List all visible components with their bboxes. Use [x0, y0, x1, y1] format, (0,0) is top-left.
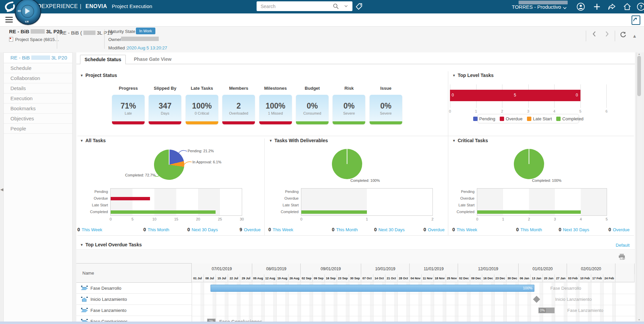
bar-completed[interactable] — [477, 210, 581, 214]
scroll-down-arrow-icon[interactable]: ▼ — [638, 319, 640, 321]
object-title-p20[interactable]: RE - BiB 3L P20 — [9, 29, 62, 34]
tab-schedule-status[interactable]: Schedule Status — [80, 55, 126, 64]
search-scope-chevron-icon[interactable] — [344, 5, 348, 7]
object-subtitle[interactable]: Project Space (6815… — [9, 37, 59, 42]
link-label[interactable]: Next 30 Days — [378, 227, 405, 232]
kpi-card-issue[interactable]: 0%Severe — [370, 95, 402, 124]
share-icon[interactable] — [607, 2, 616, 11]
gantt-task-row[interactable]: Inicio Lanzamiento — [76, 294, 192, 305]
3ds-swoosh-logo — [3, 1, 16, 12]
kpi-card-budget[interactable]: 0%Consumed — [296, 95, 329, 124]
section-all-tasks[interactable]: ▼All Tasks — [80, 138, 106, 143]
scrollbar-thumb[interactable] — [637, 56, 641, 96]
open-in-new-icon[interactable] — [632, 15, 640, 25]
section-critical-tasks[interactable]: ▼Critical Tasks — [452, 138, 488, 143]
add-icon[interactable] — [593, 2, 601, 11]
bar-overdue[interactable] — [111, 197, 150, 200]
link-label[interactable]: Overdue — [428, 227, 445, 232]
tab-phase-gate-view[interactable]: Phase Gate View — [134, 56, 172, 62]
user-menu[interactable]: TORRES - Productivo — [512, 4, 567, 10]
next-arrow-icon[interactable] — [605, 31, 609, 37]
vertical-scrollbar[interactable]: ▲ ▼ — [637, 52, 642, 324]
collapse-triangle-icon: ▼ — [80, 243, 83, 247]
search-input[interactable] — [260, 3, 335, 10]
sidebar-item-people[interactable]: People — [4, 124, 72, 134]
link-next-30-days[interactable]: 0Next 30 Days — [187, 227, 218, 233]
link-label[interactable]: This Week — [82, 227, 102, 232]
maturity-state-badge[interactable]: In Work — [136, 28, 155, 34]
object-title-p19[interactable]: RE - BiB ( 3L P19 — [60, 30, 113, 36]
user-account-icon[interactable] — [576, 2, 585, 11]
kpi-card-slipped-by[interactable]: 347Days — [149, 95, 181, 124]
sidebar-item-project[interactable]: RE - BiB3L P20 — [4, 53, 72, 63]
gantt-bar-fase-desarrollo[interactable]: 100% — [211, 285, 534, 292]
section-project-status[interactable]: ▼Project Status — [80, 73, 117, 78]
link-this-month[interactable]: 0This Month — [332, 227, 358, 233]
link-overdue[interactable]: 0Overdue — [608, 227, 630, 233]
refresh-icon[interactable] — [619, 31, 627, 39]
modified-value[interactable]: 2020 Aug 5 13:20:27 — [127, 45, 167, 50]
kpi-card-milestones[interactable]: 100%1 Missed — [259, 95, 292, 124]
hamburger-menu-icon[interactable] — [5, 17, 13, 24]
kpi-subtext: Severe — [370, 111, 402, 115]
bar-completed[interactable] — [111, 210, 216, 214]
sidebar-item-collaboration[interactable]: Collaboration — [4, 73, 72, 83]
kpi-card-progress[interactable]: 71%Late — [112, 95, 145, 124]
link-next-30-days[interactable]: 0Next 30 Days — [559, 227, 589, 233]
sidebar-item-objectives[interactable]: Objectives — [4, 114, 72, 124]
gantt-bar-fase-lanzamiento[interactable]: 0% — [538, 308, 555, 313]
sidebar-item-details[interactable]: Details — [4, 83, 72, 93]
link-this-week[interactable]: 0This Week — [452, 227, 477, 233]
link-this-month[interactable]: 0This Month — [516, 227, 542, 233]
gantt-month-header: 01/01/2020 — [519, 264, 567, 274]
section-top-level-overdue-tasks[interactable]: ▼Top Level Overdue Tasks — [80, 242, 142, 247]
sidebar-item-schedule[interactable]: Schedule — [4, 63, 72, 73]
sidebar-item-bookmarks[interactable]: Bookmarks — [4, 104, 72, 114]
link-label[interactable]: Next 30 Days — [563, 227, 589, 232]
gantt-week-header: 27 Jan — [555, 274, 567, 282]
gantt-bar-progress: 100% — [523, 285, 532, 291]
link-label[interactable]: Overdue — [244, 227, 261, 232]
bar-row-label: Pending — [94, 190, 108, 194]
link-label[interactable]: Next 30 Days — [192, 227, 218, 232]
gantt-task-row[interactable]: Fase Lanzamiento — [76, 305, 192, 316]
link-label[interactable]: This Month — [148, 227, 169, 232]
link-this-week[interactable]: 0This Week — [77, 227, 102, 233]
collapse-header-icon[interactable]: ▲ — [632, 33, 637, 39]
link-overdue[interactable]: 9Overdue — [239, 227, 261, 233]
horizontal-scrollbar[interactable] — [0, 322, 644, 324]
tag-icon[interactable] — [355, 2, 363, 10]
link-label[interactable]: This Week — [457, 227, 477, 232]
printer-icon[interactable] — [617, 253, 626, 260]
collapse-triangle-icon: ▼ — [452, 74, 456, 77]
help-icon[interactable]: ? — [637, 2, 644, 11]
search-icon[interactable] — [333, 3, 339, 9]
link-this-month[interactable]: 0This Month — [143, 227, 169, 233]
link-this-week[interactable]: 0This Week — [268, 227, 293, 233]
section-top-level-tasks[interactable]: ▼Top Level Tasks — [452, 73, 494, 78]
sidebar-item-execution[interactable]: Execution — [4, 93, 72, 104]
home-icon[interactable] — [623, 2, 632, 11]
default-view-link[interactable]: Default — [592, 243, 630, 248]
link-label[interactable]: This Month — [521, 227, 542, 232]
kpi-card-late-tasks[interactable]: 100%0 Critical — [186, 95, 218, 124]
previous-arrow-icon[interactable] — [592, 31, 597, 37]
legend-swatch — [527, 117, 531, 121]
header-divider — [104, 29, 105, 49]
kpi-card-risk[interactable]: 0%Severe — [333, 95, 365, 124]
gantt-task-label: Fase Desarrollo — [551, 286, 581, 291]
bar-completed[interactable] — [301, 210, 367, 214]
divider — [77, 136, 634, 136]
kpi-card-members[interactable]: 2Overloaded — [222, 95, 255, 124]
link-label[interactable]: Overdue — [613, 227, 630, 232]
link-next-30-days[interactable]: 0Next 30 Days — [374, 227, 405, 233]
link-overdue[interactable]: 0Overdue — [423, 227, 445, 233]
gantt-week-header: 11 Nov — [422, 274, 434, 282]
scroll-up-arrow-icon[interactable]: ▲ — [638, 53, 640, 55]
tasks-with-deliverables-links: 0This Week0This Month0Next 30 Days0Overd… — [268, 227, 445, 233]
gantt-week-header: 17 Feb — [591, 274, 603, 282]
link-label[interactable]: This Month — [336, 227, 357, 232]
gantt-task-row[interactable]: Fase Desarrollo — [76, 283, 192, 294]
link-label[interactable]: This Week — [273, 227, 293, 232]
section-tasks-with-deliverables[interactable]: ▼Tasks With Deliverables — [269, 138, 328, 143]
